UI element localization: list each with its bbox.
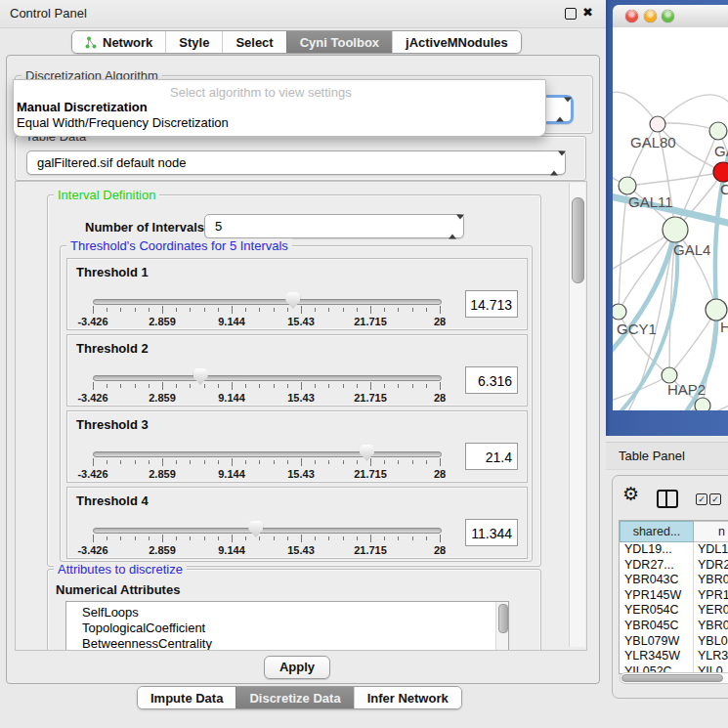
algorithm-option-1[interactable]: Manual Discretization: [17, 100, 148, 114]
network-canvas[interactable]: GAL80GACGAL11GAL4GCY1HHAP2: [613, 27, 728, 410]
cell-shared-name[interactable]: YDL19...: [620, 542, 694, 558]
table-row[interactable]: YLR345WYLR3: [620, 649, 728, 664]
settings-scrollbar-thumb[interactable]: [572, 197, 584, 283]
network-node-green[interactable]: [695, 398, 710, 410]
number-of-intervals-combo[interactable]: 5: [204, 214, 464, 238]
threshold-slider[interactable]: -3.4262.8599.14415.4321.71528: [93, 368, 440, 404]
network-node-green[interactable]: [663, 217, 688, 242]
cell-shared-name[interactable]: YPR145W: [620, 588, 694, 604]
zoom-traffic-light[interactable]: [662, 10, 674, 22]
table-row[interactable]: YBR045CYBR0: [620, 619, 728, 634]
attributes-group: Attributes to discretize Numerical Attri…: [47, 569, 541, 651]
list-scrollbar[interactable]: [495, 602, 508, 651]
settings-scrollbar[interactable]: [569, 183, 585, 647]
attribute-list-item[interactable]: TopologicalCoefficient: [66, 621, 508, 636]
apply-button[interactable]: Apply: [264, 656, 330, 679]
network-node-green[interactable]: [619, 177, 636, 194]
tick-label: 28: [434, 468, 446, 480]
checkbox-icon[interactable]: ✓: [696, 493, 707, 505]
network-node-green[interactable]: [709, 122, 727, 140]
threshold-slider[interactable]: -3.4262.8599.14415.4321.71528: [93, 445, 440, 480]
cell-shared-name[interactable]: YDR27...: [620, 558, 694, 574]
network-node-red[interactable]: [713, 162, 728, 182]
network-edge: [627, 172, 723, 186]
threshold-value-box[interactable]: 6.316: [465, 366, 518, 394]
cell-shared-name[interactable]: YBR043C: [620, 573, 694, 588]
network-node-green[interactable]: [613, 304, 626, 320]
cell-shared-name[interactable]: YBR045C: [620, 619, 694, 634]
attribute-list-item[interactable]: SelfLoops: [66, 605, 508, 621]
close-traffic-light[interactable]: [625, 10, 638, 22]
table-row[interactable]: YDR27...YDR2: [620, 558, 728, 574]
slider-track[interactable]: [93, 375, 442, 381]
cell-shared-name[interactable]: YLR345W: [620, 649, 694, 664]
tab-select[interactable]: Select: [222, 31, 285, 53]
slider-track[interactable]: [93, 528, 442, 534]
cell-shared-name[interactable]: YBL079W: [620, 634, 694, 650]
network-edge: [619, 186, 627, 312]
tick-label: 2.859: [149, 544, 176, 556]
table-row[interactable]: YBL079WYBL0: [620, 634, 728, 650]
threshold-slider[interactable]: -3.4262.8599.14415.4321.71528: [93, 292, 440, 327]
cell-shared-name[interactable]: YER054C: [620, 603, 694, 619]
table-body: YDL19...YDL1YDR27...YDR2YBR043CYBR0YPR14…: [620, 542, 728, 674]
cell-name[interactable]: YDL1: [694, 542, 728, 558]
node-label: GCY1: [617, 321, 657, 337]
tick-label: 9.144: [218, 392, 245, 404]
slider-track[interactable]: [93, 451, 442, 457]
minimize-traffic-light[interactable]: [644, 10, 657, 22]
number-of-intervals-label: Number of Intervals: [85, 220, 204, 235]
tab-style[interactable]: Style: [165, 31, 222, 53]
threshold-value-box[interactable]: 11.344: [465, 519, 518, 546]
slider-ticks: [93, 382, 440, 392]
list-scrollbar-thumb[interactable]: [498, 604, 508, 633]
threshold-slider[interactable]: -3.4262.8599.14415.4321.71528: [93, 521, 440, 556]
tick-label: -3.426: [77, 544, 107, 556]
table-row[interactable]: YDL19...YDL1: [620, 542, 728, 558]
cell-name[interactable]: YBR0: [694, 573, 728, 588]
table-row[interactable]: YBR043CYBR0: [620, 573, 728, 588]
column-header-shared-name[interactable]: shared...: [620, 521, 694, 542]
tick-label: 9.144: [218, 544, 245, 556]
table-row[interactable]: YER054CYER0: [620, 603, 728, 619]
tick-label: 15.43: [287, 468, 315, 480]
tab-discretize-data[interactable]: Discretize Data: [236, 687, 353, 708]
table-hscrollbar-thumb[interactable]: [621, 674, 723, 682]
gear-icon[interactable]: ⚙: [622, 485, 639, 504]
tab-impute-data[interactable]: Impute Data: [138, 687, 236, 708]
column-header-name[interactable]: n: [694, 521, 728, 542]
tab-infer-network[interactable]: Infer Network: [354, 687, 461, 708]
tab-cyni-toolbox[interactable]: Cyni Toolbox: [286, 31, 392, 53]
threshold-value-box[interactable]: 14.713: [465, 290, 518, 318]
tick-label: 15.43: [287, 392, 315, 404]
columns-icon[interactable]: [657, 490, 678, 508]
network-edge: [658, 95, 728, 124]
table-row[interactable]: YPR145WYPR1: [620, 588, 728, 604]
thresholds-group-title: Threshold's Coordinates for 5 Intervals: [66, 238, 292, 253]
network-node-green[interactable]: [706, 299, 727, 321]
slider-track[interactable]: [93, 299, 442, 305]
tab-jactivemnodules[interactable]: jActiveMNodules: [392, 31, 521, 53]
cell-name[interactable]: YPR1: [694, 588, 728, 604]
cell-name[interactable]: YER0: [694, 603, 728, 619]
network-edge: [613, 375, 669, 403]
tick-label: 2.859: [149, 468, 176, 480]
checkbox-icon[interactable]: ✓: [709, 493, 721, 505]
network-node-pink[interactable]: [650, 116, 665, 132]
cell-name[interactable]: YBR0: [694, 619, 728, 634]
threshold-value-box[interactable]: 21.4: [465, 443, 518, 470]
float-panel-icon[interactable]: [565, 8, 577, 20]
algorithm-option-2[interactable]: Equal Width/Frequency Discretization: [17, 115, 229, 130]
tab-network[interactable]: Network: [72, 31, 165, 53]
cell-name[interactable]: YDR2: [694, 558, 728, 574]
table-data-combo[interactable]: galFiltered.sif default node: [26, 150, 566, 175]
close-icon[interactable]: ✖: [582, 5, 593, 20]
tick-label: 21.715: [354, 544, 387, 556]
table-horizontal-scrollbar[interactable]: [620, 672, 728, 684]
network-icon: [85, 36, 98, 49]
numerical-attributes-list[interactable]: SelfLoopsTopologicalCoefficientBetweenne…: [65, 601, 509, 651]
tick-label: 21.715: [354, 316, 387, 327]
attribute-list-item[interactable]: BetweennessCentrality: [66, 636, 508, 651]
cell-name[interactable]: YBL0: [694, 634, 728, 650]
cell-name[interactable]: YLR3: [694, 649, 728, 664]
